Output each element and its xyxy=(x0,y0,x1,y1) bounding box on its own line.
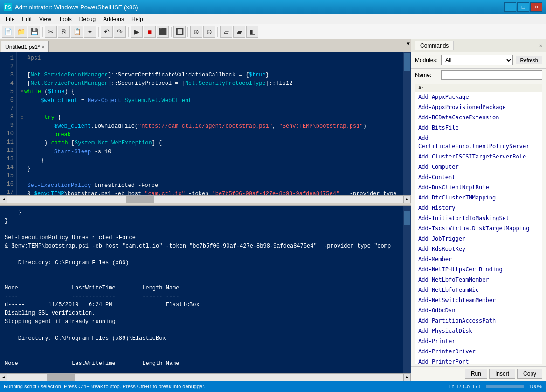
commands-name-row: Name: xyxy=(411,69,546,82)
menu-addons[interactable]: Add-ons xyxy=(99,14,128,24)
window-controls[interactable]: ─ □ ✕ xyxy=(504,2,542,12)
name-input[interactable] xyxy=(441,70,542,80)
list-item[interactable]: Add-Printer xyxy=(415,336,542,346)
list-item[interactable]: Add-AppxProvisionedPackage xyxy=(415,102,542,112)
menu-debug[interactable]: Debug xyxy=(76,14,99,24)
minimize-button[interactable]: ─ xyxy=(504,2,516,12)
commands-action-buttons: Run Insert Copy xyxy=(411,366,546,381)
list-item[interactable]: Add-DnsClientNrptRule xyxy=(415,182,542,193)
layout-button-3[interactable]: ◧ xyxy=(246,26,258,38)
list-item[interactable]: Add-InitiatorIdToMaskingSet xyxy=(415,213,542,223)
list-item[interactable]: Add-PartitionAccessPath xyxy=(415,316,542,326)
editor-scrollbar-thumb[interactable] xyxy=(404,53,410,71)
list-item[interactable]: Add-DtcClusterTMMapping xyxy=(415,193,542,203)
separator-6 xyxy=(217,27,218,37)
list-item[interactable]: Add-Member xyxy=(415,254,542,264)
tab-bar: Untitled1.ps1* × ▼ xyxy=(0,39,411,52)
list-item[interactable]: Add-History xyxy=(415,203,542,213)
menu-view[interactable]: View xyxy=(35,14,55,24)
save-button[interactable]: 💾 xyxy=(28,26,40,38)
code-area[interactable]: #ps1 [Net.ServicePointManager]::ServerCe… xyxy=(17,52,411,195)
line-numbers: 12345 678910 1112131415 1617 xyxy=(0,52,17,195)
list-item[interactable]: Add-PrinterPort xyxy=(415,357,542,364)
script-editor[interactable]: 12345 678910 1112131415 1617 #ps1 [Net.S… xyxy=(0,52,411,195)
zoom-button[interactable]: ⊕ xyxy=(190,26,202,38)
title-bar: PS Administrator: Windows PowerShell ISE… xyxy=(0,0,546,14)
list-item[interactable]: Add-NetSwitchTeamMember xyxy=(415,295,542,305)
refresh-button[interactable]: Refresh xyxy=(516,56,542,64)
undo-button[interactable]: ↶ xyxy=(101,26,113,38)
debug-button[interactable]: ⬛ xyxy=(157,26,169,38)
list-item[interactable]: Add-IscsiVirtualDiskTargetMapping xyxy=(415,223,542,234)
app-icon: PS xyxy=(4,3,12,11)
editor-scrollbar-y[interactable] xyxy=(403,52,411,195)
tab-close-icon[interactable]: × xyxy=(42,44,45,49)
tab-scroll-btn[interactable]: ▼ xyxy=(407,41,410,48)
cut-button[interactable]: ✂ xyxy=(45,26,57,38)
paste-button[interactable]: 📋 xyxy=(71,26,83,38)
console-scrollbar-y[interactable] xyxy=(403,206,411,373)
cmd-section-header: A: xyxy=(415,84,542,92)
zoom-out-button[interactable]: ⊖ xyxy=(203,26,215,38)
close-button[interactable]: ✕ xyxy=(530,2,542,12)
name-label: Name: xyxy=(415,72,438,78)
list-item[interactable]: Add-BitsFile xyxy=(415,123,542,133)
list-item[interactable]: Add-PrinterDriver xyxy=(415,346,542,357)
window-title: Administrator: Windows PowerShell ISE (x… xyxy=(15,4,138,11)
menu-tools[interactable]: Tools xyxy=(55,14,76,24)
menu-edit[interactable]: Edit xyxy=(18,14,35,24)
maximize-button[interactable]: □ xyxy=(517,2,529,12)
menu-file[interactable]: File xyxy=(2,14,18,24)
status-right: Ln 17 Col 171 100% xyxy=(449,384,542,389)
console-hscroll-thumb[interactable] xyxy=(47,374,75,381)
list-item[interactable]: Add-PhysicalDisk xyxy=(415,326,542,336)
menu-bar: File Edit View Tools Debug Add-ons Help xyxy=(0,14,546,24)
commands-panel: Commands × Modules: All Refresh Name: A:… xyxy=(411,39,546,381)
modules-dropdown[interactable]: All xyxy=(441,55,513,65)
list-item[interactable]: Add-KdsRootKey xyxy=(415,244,542,254)
list-item[interactable]: Add-NetLbfoTeamMember xyxy=(415,275,542,285)
stamp-button[interactable]: ✦ xyxy=(84,26,96,38)
editor-hscroll-right[interactable]: ▶ xyxy=(403,196,411,203)
open-button[interactable]: 📁 xyxy=(15,26,27,38)
clear-button[interactable]: 🔲 xyxy=(173,26,186,38)
list-item[interactable]: Add-BCDataCacheExtension xyxy=(415,112,542,123)
console-hscroll-track[interactable] xyxy=(7,374,403,381)
list-item[interactable]: Add-NetIPHttpsCertBinding xyxy=(415,264,542,275)
insert-cmd-button[interactable]: Insert xyxy=(489,369,515,379)
script-tab[interactable]: Untitled1.ps1* × xyxy=(1,41,49,52)
console-hscroll-left[interactable]: ◀ xyxy=(0,374,7,381)
console-hscroll-right[interactable]: ▶ xyxy=(403,374,411,381)
commands-tab[interactable]: Commands xyxy=(415,41,454,50)
separator-4 xyxy=(171,27,172,37)
commands-list[interactable]: A: Add-AppxPackage Add-AppxProvisionedPa… xyxy=(415,84,542,364)
redo-button[interactable]: ↷ xyxy=(114,26,126,38)
new-button[interactable]: 📄 xyxy=(2,26,14,38)
editor-hscroll-left[interactable]: ◀ xyxy=(0,196,7,203)
list-item[interactable]: Add-CertificateEnrollmentPolicyServer xyxy=(415,133,542,151)
console-pane[interactable]: } } Set-ExecutionPolicy Unrestricted -Fo… xyxy=(0,206,411,373)
copy-toolbar-button[interactable]: ⎘ xyxy=(58,26,70,38)
list-item[interactable]: Add-NetLbfoTeamNic xyxy=(415,285,542,295)
list-item[interactable]: Add-Content xyxy=(415,172,542,182)
list-item[interactable]: Add-JobTrigger xyxy=(415,234,542,244)
menu-help[interactable]: Help xyxy=(128,14,147,24)
stop-button[interactable]: ■ xyxy=(144,26,156,38)
console-scrollbar-thumb[interactable] xyxy=(404,211,410,225)
editor-hscrollbar[interactable]: ◀ ▶ xyxy=(0,195,411,203)
run-cmd-button[interactable]: Run xyxy=(465,369,487,379)
list-item[interactable]: Add-ClusterISCSITargetServerRole xyxy=(415,151,542,162)
list-item[interactable]: Add-AppxPackage xyxy=(415,92,542,102)
commands-close-icon[interactable]: × xyxy=(539,43,542,48)
list-item[interactable]: Add-Computer xyxy=(415,162,542,172)
editor-hscroll-track[interactable] xyxy=(7,196,403,203)
run-button[interactable]: ▶ xyxy=(131,26,143,38)
editor-hscroll-thumb[interactable] xyxy=(126,196,154,203)
copy-cmd-button[interactable]: Copy xyxy=(517,369,542,379)
console-hscrollbar[interactable]: ◀ ▶ xyxy=(0,373,411,381)
commands-modules-row: Modules: All Refresh xyxy=(411,52,546,69)
layout-button-1[interactable]: ▱ xyxy=(220,26,232,38)
list-item[interactable]: Add-OdbcDsn xyxy=(415,305,542,316)
layout-button-2[interactable]: ▰ xyxy=(233,26,245,38)
zoom-slider[interactable] xyxy=(486,385,524,388)
